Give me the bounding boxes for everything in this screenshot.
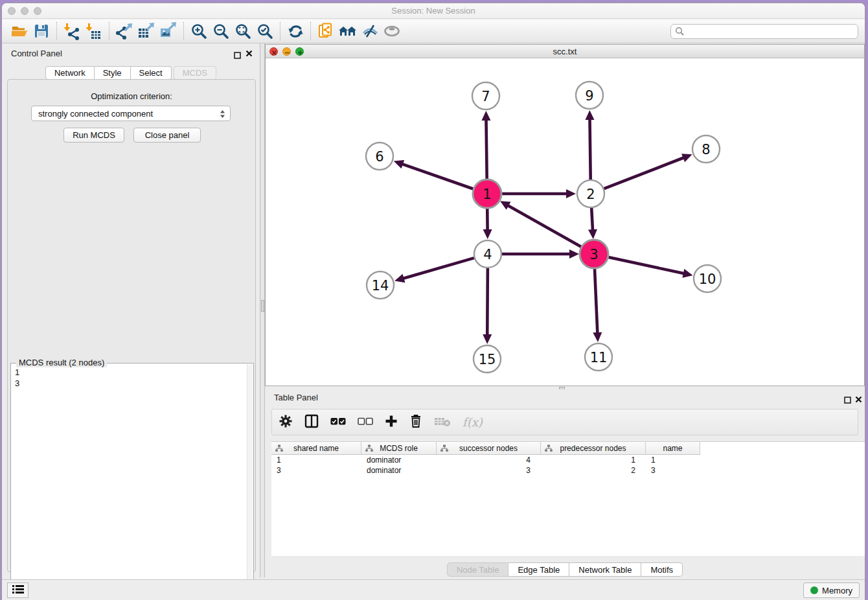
edge-3-11[interactable] (595, 268, 597, 334)
node-label-3: 3 (589, 247, 598, 262)
zoom-out-icon[interactable] (210, 21, 232, 41)
tab-network-table[interactable]: Network Table (569, 562, 641, 577)
hide-eye-slash-icon[interactable] (359, 21, 381, 41)
zoom-selected-icon[interactable] (254, 21, 276, 41)
splitter-grip[interactable] (261, 300, 264, 312)
export-network-icon[interactable] (113, 21, 135, 41)
control-panel-tabs: NetworkStyleSelectMCDS (2, 66, 260, 80)
mcds-result-title: MCDS result (2 nodes) (16, 358, 107, 367)
deselect-all-checkboxes-icon[interactable] (358, 417, 373, 428)
edge-arrowhead (482, 111, 491, 121)
close-panel-button[interactable]: Close panel (133, 128, 201, 143)
network-graph[interactable]: 7968124314101511 (266, 58, 864, 386)
edge-1-6[interactable] (402, 164, 474, 189)
edge-1-7[interactable] (486, 119, 486, 179)
cell-shared-name[interactable]: 3 (271, 465, 361, 476)
zoom-in-icon[interactable] (188, 21, 210, 41)
column-header-MCDS-role[interactable]: MCDS role (361, 442, 437, 455)
refresh-layout-icon[interactable] (284, 21, 306, 41)
select-stepper-icon (220, 110, 225, 121)
table-panel-title: Table Panel (274, 393, 318, 402)
delete-table-disabled-icon (434, 415, 451, 430)
column-header-predecessor-nodes[interactable]: predecessor nodes (541, 442, 646, 455)
memory-button[interactable]: Memory (803, 583, 860, 598)
network-window-titlebar[interactable]: scc.txt (266, 45, 864, 58)
toolbar-separator (310, 22, 311, 40)
run-mcds-button[interactable]: Run MCDS (63, 128, 124, 143)
import-table-icon[interactable] (83, 21, 105, 41)
edge-arrowhead (569, 249, 579, 259)
tab-select[interactable]: Select (131, 66, 172, 80)
table-row[interactable]: 1dominator411 (271, 455, 700, 465)
cell-name[interactable]: 3 (646, 465, 700, 476)
cell-predecessor-nodes[interactable]: 1 (541, 455, 646, 465)
edge-2-3[interactable] (591, 208, 593, 231)
control-panel-header: Control Panel (2, 47, 260, 60)
hierarchy-icon (545, 444, 553, 454)
cell-shared-name[interactable]: 1 (271, 455, 361, 465)
export-image-icon[interactable] (157, 21, 179, 41)
eye-icon (381, 21, 403, 41)
table-tabs: Node TableEdge TableNetwork TableMotifs (265, 562, 865, 577)
cell-MCDS-role[interactable]: dominator (361, 465, 437, 476)
edge-4-15[interactable] (487, 268, 488, 336)
zoom-fit-icon[interactable] (232, 21, 254, 41)
cell-name[interactable]: 1 (646, 455, 700, 465)
edge-3-1[interactable] (507, 205, 581, 248)
edge-2-9[interactable] (589, 119, 590, 179)
result-scrollbar[interactable] (247, 364, 253, 600)
edge-4-14[interactable] (403, 258, 474, 279)
search-input[interactable] (670, 24, 858, 39)
task-history-button[interactable] (7, 583, 29, 598)
tab-style[interactable]: Style (95, 66, 131, 80)
cell-MCDS-role[interactable]: dominator (361, 455, 437, 465)
edge-arrowhead (483, 334, 492, 344)
column-header-label: name (663, 444, 682, 453)
split-columns-icon[interactable] (304, 414, 319, 431)
function-builder-icon: f(x) (463, 415, 483, 429)
mcds-result-box: MCDS result (2 nodes) 1 3 (10, 363, 254, 600)
houses-icon[interactable] (337, 21, 359, 41)
export-table-icon[interactable] (135, 21, 157, 41)
tab-node-table[interactable]: Node Table (447, 562, 509, 577)
table-toolbar: f(x) (271, 409, 858, 435)
float-table-panel-icon[interactable] (844, 395, 851, 406)
close-panel-icon[interactable] (246, 49, 253, 59)
float-panel-icon[interactable] (234, 50, 241, 62)
save-icon[interactable] (30, 21, 52, 41)
column-header-shared-name[interactable]: shared name (271, 442, 361, 455)
edge-arrowhead (483, 229, 492, 239)
toolbar-separator (183, 22, 184, 40)
gear-icon[interactable] (279, 414, 293, 431)
add-column-icon[interactable] (385, 415, 398, 430)
edge-3-10[interactable] (608, 257, 684, 274)
select-all-checkboxes-icon[interactable] (330, 417, 346, 428)
table-row[interactable]: 3dominator323 (271, 465, 700, 476)
cell-successor-nodes[interactable]: 3 (437, 465, 541, 476)
hierarchy-icon (440, 444, 448, 454)
tab-network[interactable]: Network (45, 66, 95, 80)
column-header-successor-nodes[interactable]: successor nodes (437, 442, 541, 455)
edge-arrowhead (682, 269, 692, 278)
cell-successor-nodes[interactable]: 4 (437, 455, 541, 465)
optimization-criterion-label: Optimization criterion: (8, 91, 255, 101)
trash-icon[interactable] (409, 413, 422, 431)
import-network-icon[interactable] (61, 21, 83, 41)
vertical-splitter[interactable] (260, 43, 265, 577)
column-header-name[interactable]: name (646, 442, 700, 455)
edge-2-8[interactable] (604, 157, 685, 189)
network-canvas[interactable]: 7968124314101511 (266, 58, 864, 386)
table-panel: Table Panel (265, 389, 865, 577)
optimization-criterion-select[interactable]: strongly connected component (31, 106, 231, 121)
tab-mcds[interactable]: MCDS (174, 66, 216, 80)
cell-predecessor-nodes[interactable]: 2 (541, 465, 646, 476)
edge-arrowhead (394, 274, 405, 283)
node-table[interactable]: shared nameMCDS rolesuccessor nodesprede… (271, 441, 865, 556)
toolbar-separator (280, 22, 280, 40)
tab-motifs[interactable]: Motifs (641, 562, 683, 577)
tab-edge-table[interactable]: Edge Table (508, 562, 569, 577)
clone-network-document-icon[interactable] (315, 21, 337, 41)
open-folder-icon[interactable] (8, 21, 30, 41)
close-table-panel-icon[interactable] (855, 394, 862, 406)
mcds-result-text[interactable]: 1 3 (15, 367, 19, 389)
